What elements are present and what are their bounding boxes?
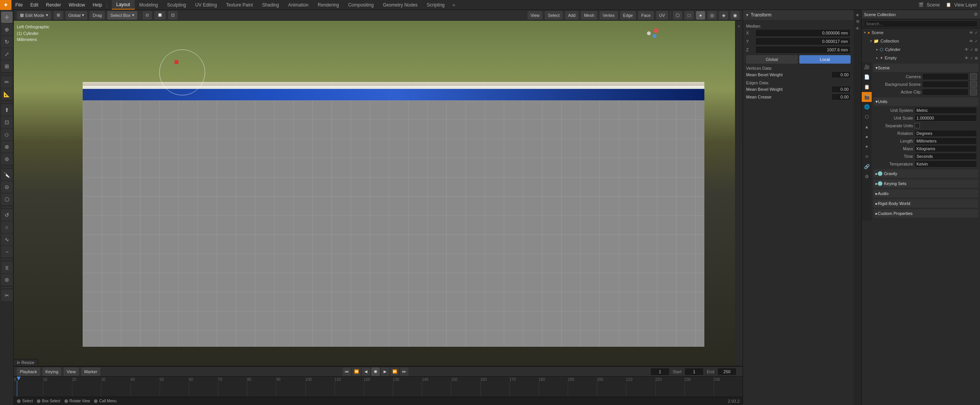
scene-check-icon[interactable]: ✓ (975, 31, 978, 35)
render-menu[interactable]: Render (42, 0, 65, 10)
render-mode-btn[interactable]: ◈ (719, 11, 728, 20)
local-btn[interactable]: Local (799, 55, 851, 64)
stop-btn[interactable]: ⏹ (371, 367, 380, 376)
bisect-tool[interactable]: ⊝ (1, 181, 13, 193)
length-field[interactable]: Millimeters (915, 138, 977, 144)
props-tab-scene[interactable]: 🎬 (862, 92, 872, 102)
file-menu[interactable]: File (11, 0, 26, 10)
timeline-ruler[interactable]: 0102030405060708090100110120130140150160… (14, 377, 743, 397)
move-tool[interactable]: ⊕ (1, 24, 13, 35)
props-tab-output[interactable]: 📄 (862, 72, 872, 82)
scene-section-header[interactable]: ▾ Scene (873, 64, 978, 72)
tab-shading[interactable]: Shading (258, 0, 284, 10)
orientation-selector[interactable]: Global ▾ (65, 11, 88, 20)
collection-check-icon[interactable]: ✓ (975, 39, 978, 43)
units-section-header[interactable]: ▾ Units (873, 97, 978, 106)
bg-scene-pick-btn[interactable] (970, 81, 977, 88)
bevel-tool[interactable]: ◇ (1, 129, 13, 140)
props-tab-view-layer[interactable]: 📋 (862, 82, 872, 92)
edge-slide-tool[interactable]: → (1, 246, 13, 257)
rendered-mode-btn[interactable]: ◉ (730, 11, 740, 20)
measure-tool[interactable]: 📐 (1, 89, 13, 100)
props-tab-mesh[interactable]: ▲ (862, 122, 872, 132)
rip-tool[interactable]: ✂ (1, 290, 13, 301)
props-tab-physics[interactable]: ⚛ (862, 152, 872, 162)
rotation-field[interactable]: Degrees (915, 130, 977, 137)
tab-uv-editing[interactable]: UV Editing (191, 0, 222, 10)
current-frame-field[interactable]: 1 (650, 368, 670, 375)
mass-field[interactable]: Kilograms (915, 145, 977, 152)
unit-system-field[interactable]: Metric (915, 107, 977, 114)
tab-modeling[interactable]: Modeling (135, 0, 163, 10)
props-tab-material[interactable]: ● (862, 132, 872, 142)
wireframe-mode-btn[interactable]: ◎ (707, 11, 717, 20)
props-tab-constraints[interactable]: 🔗 (862, 162, 872, 172)
tool-panel-icon[interactable]: ⚒ (854, 18, 861, 25)
loop-cut-tool[interactable]: ⊗ (1, 141, 13, 152)
transform-panel-header[interactable]: ▾ Transform (743, 10, 854, 20)
unit-scale-field[interactable]: 1.000000 (915, 115, 977, 121)
face-menu[interactable]: Face (638, 11, 653, 20)
temperature-field[interactable]: Kelvin (915, 161, 977, 167)
active-clip-field[interactable] (922, 89, 969, 95)
props-tab-modifiers[interactable]: ⚙ (862, 172, 872, 182)
play-reverse-btn[interactable]: ◀ (362, 367, 370, 376)
audio-section-header[interactable]: ▸ Audio (873, 189, 978, 198)
n-panel-strip[interactable]: ‹ (735, 21, 743, 366)
view-panel-icon[interactable]: 👁 (854, 25, 861, 31)
extrude-tool[interactable]: ⬆ (1, 104, 13, 116)
smooth-tool[interactable]: ○ (1, 221, 13, 233)
jump-start-btn[interactable]: ⏮ (343, 367, 351, 376)
camera-pick-btn[interactable] (970, 73, 977, 80)
outliner-search-input[interactable] (864, 20, 978, 27)
collection-item-empty[interactable]: ▸ ✦ Empty 👁 ✓ ⊞ (862, 54, 980, 62)
xray-btn[interactable]: □ (684, 11, 694, 20)
drag-btn[interactable]: Drag (90, 11, 105, 20)
help-menu[interactable]: Help (89, 0, 106, 10)
resize-label[interactable]: ⊳ Resize (14, 359, 38, 366)
add-tab-button[interactable]: + (449, 2, 459, 8)
playback-btn[interactable]: Playback (17, 367, 40, 376)
solid-mode-btn[interactable]: ● (696, 11, 705, 20)
tab-texture-paint[interactable]: Texture Paint (222, 0, 258, 10)
prev-keyframe-btn[interactable]: ⏪ (352, 367, 361, 376)
props-tab-render[interactable]: 🎥 (862, 62, 872, 72)
orientation-gizmo[interactable] (643, 28, 658, 44)
mesh-menu[interactable]: Mesh (581, 11, 597, 20)
mean-crease-value[interactable]: 0.00 (831, 93, 851, 100)
spin-tool[interactable]: ↺ (1, 209, 13, 221)
scale-tool[interactable]: ⤢ (1, 48, 13, 60)
vertex-mean-bevel-value[interactable]: 0.00 (831, 71, 851, 78)
mode-selector[interactable]: ▦ Edit Mode ▾ (17, 11, 51, 20)
tab-compositing[interactable]: Compositing (343, 0, 378, 10)
view-menu[interactable]: View (528, 11, 543, 20)
edge-mean-bevel-value[interactable]: 0.00 (831, 86, 851, 93)
vertex-menu[interactable]: Vertex (599, 11, 617, 20)
props-tab-particles[interactable]: ✦ (862, 142, 872, 152)
play-btn[interactable]: ▶ (381, 367, 389, 376)
start-frame-field[interactable]: 1 (684, 368, 704, 375)
3d-viewport[interactable]: Left Orthographic (1) Cylinder Millimete… (14, 21, 743, 366)
rigid-body-section-header[interactable]: ▸ Rigid Body World (873, 199, 978, 208)
overlay-btn[interactable]: ⬡ (673, 11, 682, 20)
cylinder-visible-icon[interactable]: 👁 (965, 48, 969, 52)
active-clip-pick-btn[interactable] (970, 89, 977, 95)
camera-field[interactable] (922, 73, 969, 80)
props-tab-world[interactable]: 🌐 (862, 102, 872, 112)
scene-visible-icon[interactable]: 👁 (969, 31, 973, 35)
proportional-editing-btn[interactable]: ⊙ (142, 11, 152, 20)
transform-pivot-btn[interactable]: ⊡ (168, 11, 178, 20)
collection-item-scene[interactable]: ▾ ● Scene 👁 ✓ (862, 28, 980, 37)
custom-props-section-header[interactable]: ▸ Custom Properties (873, 209, 978, 218)
select-menu[interactable]: Select (545, 11, 563, 20)
tab-animation[interactable]: Animation (284, 0, 313, 10)
cylinder-check-icon[interactable]: ✓ (970, 48, 973, 52)
tab-layout[interactable]: Layout (112, 0, 135, 10)
shrink-fatten-tool[interactable]: ⊚ (1, 274, 13, 285)
x-field[interactable]: 0.000006 mm (755, 29, 851, 37)
tab-geometry-nodes[interactable]: Geometry Nodes (378, 0, 422, 10)
add-menu[interactable]: Add (565, 11, 579, 20)
gravity-section-header[interactable]: ▸ Gravity (873, 169, 978, 178)
tab-rendering[interactable]: Rendering (313, 0, 343, 10)
knife-tool[interactable]: 🔪 (1, 169, 13, 180)
